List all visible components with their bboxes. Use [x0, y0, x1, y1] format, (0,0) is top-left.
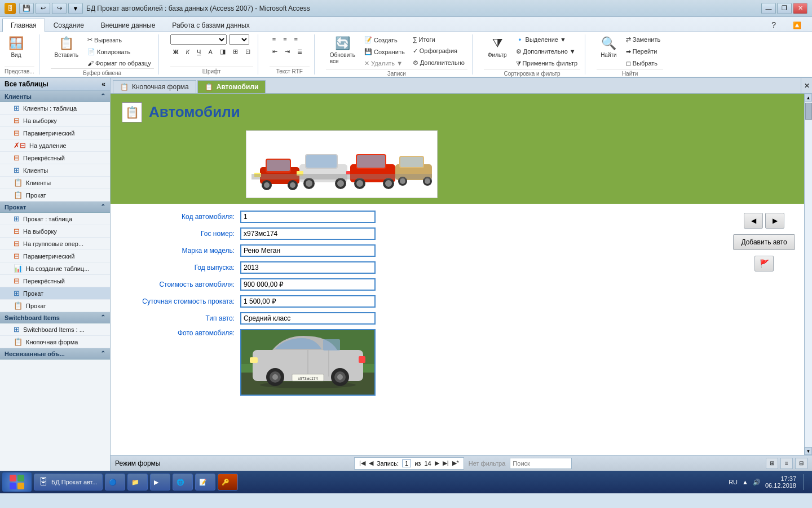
show-desktop-btn[interactable]: [803, 474, 805, 490]
copy-btn[interactable]: 📄Копировать: [85, 46, 154, 57]
filter-btn[interactable]: ⧩ Фильтр: [484, 34, 511, 60]
nav-prokat-q2[interactable]: ⊟ На групповые опер...: [0, 238, 110, 250]
grid-btn[interactable]: ⊞: [230, 46, 241, 57]
tab-home[interactable]: Главная: [2, 19, 45, 32]
indent-btn[interactable]: ⇤: [270, 46, 280, 57]
prev-record-btn[interactable]: ◀: [744, 213, 763, 229]
tab-knopochnaya[interactable]: 📋 Кнопочная форма: [113, 80, 196, 93]
speaker-icon[interactable]: 🔊: [753, 479, 761, 486]
qs-dropdown[interactable]: ▼: [68, 3, 83, 14]
minimize-btn[interactable]: —: [761, 3, 776, 14]
nav-header[interactable]: Все таблицы «: [0, 78, 110, 91]
first-record-btn[interactable]: |◀: [359, 459, 365, 467]
search-input[interactable]: [513, 460, 569, 467]
sb-down-btn[interactable]: ▼: [805, 447, 812, 455]
vertical-scrollbar[interactable]: ▲ ▼: [804, 94, 812, 455]
close-btn[interactable]: ✕: [793, 3, 807, 14]
save-record-btn[interactable]: 💾Сохранить: [361, 46, 408, 57]
goto-btn[interactable]: ➡ Перейти: [623, 46, 664, 57]
align-left-btn[interactable]: ≡: [270, 34, 279, 45]
view-btn[interactable]: 🪟 Вид: [5, 34, 28, 60]
nav-toggle-icon[interactable]: «: [102, 80, 105, 88]
font-color-btn[interactable]: А: [205, 46, 215, 57]
refresh-btn[interactable]: 🔄 Обновитьвсе: [326, 34, 359, 66]
tab-create[interactable]: Создание: [45, 19, 92, 32]
bold-btn[interactable]: Ж: [170, 46, 182, 57]
extra-records-btn[interactable]: ⚙ Дополнительно: [410, 58, 467, 68]
nav-switchboard-form[interactable]: 📋 Кнопочная форма: [0, 336, 110, 348]
section-unbound[interactable]: Несвязанные объ... ⌃: [0, 348, 110, 360]
nav-prokat-q3[interactable]: ⊟ Параметрический: [0, 250, 110, 262]
last-record-btn[interactable]: ▶|: [443, 459, 449, 467]
input-brand[interactable]: [240, 244, 376, 257]
nav-prokat-q4[interactable]: 📊 На создание таблиц...: [0, 262, 110, 275]
totals-btn[interactable]: ∑ Итоги: [410, 34, 467, 45]
font-family[interactable]: [170, 34, 227, 45]
prev-rec-btn[interactable]: ◀: [369, 459, 373, 467]
input-car-id[interactable]: [240, 211, 376, 223]
underline-btn[interactable]: Ч: [194, 46, 204, 57]
nav-prokat-form-k[interactable]: 📋 Прокат: [0, 189, 110, 202]
view-toggle-3[interactable]: ⊟: [795, 458, 807, 469]
nav-prokat-q1[interactable]: ⊟ На выборку: [0, 225, 110, 238]
extra-icon-btn[interactable]: 🚩: [754, 256, 774, 271]
tab-help[interactable]: ?: [763, 17, 784, 32]
highlight-btn[interactable]: ◨: [217, 46, 228, 57]
replace-btn[interactable]: ⇄ Заменить: [623, 34, 664, 45]
sb-track[interactable]: [805, 102, 812, 447]
view-toggle-2[interactable]: ≡: [780, 458, 793, 469]
add-car-btn[interactable]: Добавить авто: [733, 234, 795, 250]
section-klienty[interactable]: Клиенты ⌃: [0, 91, 110, 102]
nav-prokat-active[interactable]: ⊞ Прокат: [0, 287, 110, 300]
close-form-btn[interactable]: ✕: [801, 78, 812, 93]
section-prokat[interactable]: Прокат ⌃: [0, 202, 110, 213]
nav-prokat-q5[interactable]: ⊟ Перекрёстный: [0, 275, 110, 287]
undo-btn[interactable]: ↩: [36, 3, 50, 14]
spell-btn[interactable]: ✓ Орфография: [410, 46, 467, 56]
section-switchboard[interactable]: Switchboard Items ⌃: [0, 312, 110, 323]
tab-minimize-ribbon[interactable]: 🔼: [784, 19, 810, 32]
selection-btn[interactable]: 🔹 Выделение ▼: [513, 34, 581, 45]
format-btn[interactable]: 🖌Формат по образцу: [85, 58, 154, 68]
input-year[interactable]: [240, 261, 376, 274]
find-btn[interactable]: 🔍 Найти: [597, 34, 621, 60]
nav-query-param[interactable]: ⊟ Параметрический: [0, 127, 110, 139]
outdent-btn[interactable]: ⇥: [282, 46, 293, 57]
nav-switchboard-table[interactable]: ⊞ Switchboard Items : ...: [0, 323, 110, 336]
tab-external[interactable]: Внешние данные: [92, 19, 164, 32]
tab-database[interactable]: Работа с базами данных: [164, 19, 258, 32]
cut-btn[interactable]: ✂Вырезать: [85, 34, 154, 45]
save-btn[interactable]: 💾: [19, 3, 34, 14]
taskbar-media[interactable]: ▶: [150, 474, 170, 491]
redo-btn[interactable]: ↪: [52, 3, 67, 14]
select-btn[interactable]: ◻ Выбрать: [623, 58, 664, 69]
nav-prokat-table[interactable]: ⊞ Прокат : таблица: [0, 213, 110, 225]
sb-thumb[interactable]: [805, 103, 812, 120]
taskbar-chrome[interactable]: 🌐: [173, 474, 193, 491]
nav-klienty-table[interactable]: ⊞ Клиенты : таблица: [0, 102, 110, 115]
apply-filter-btn[interactable]: ⧩ Применить фильтр: [513, 58, 581, 69]
align-center-btn[interactable]: ≡: [280, 34, 289, 45]
input-cost[interactable]: [240, 278, 376, 291]
font-size[interactable]: [229, 34, 249, 45]
new-record-btn[interactable]: 📝Создать: [361, 34, 408, 45]
paste-btn[interactable]: 📋 Вставить: [51, 34, 82, 60]
list-btn[interactable]: ≣: [294, 46, 305, 57]
next-rec-btn[interactable]: ▶: [435, 459, 439, 467]
taskbar-access[interactable]: 🗄 БД Прокат авт...: [34, 474, 103, 491]
input-daily[interactable]: [240, 295, 376, 308]
align-right-btn[interactable]: ≡: [292, 34, 301, 45]
delete-record-btn[interactable]: ✕ Удалить ▼: [361, 58, 408, 69]
sb-up-btn[interactable]: ▲: [805, 94, 812, 102]
advanced-btn[interactable]: ⚙ Дополнительно ▼: [513, 46, 581, 57]
taskbar-explorer[interactable]: 📁: [127, 474, 148, 491]
taskbar-key[interactable]: 🔑: [218, 474, 238, 491]
taskbar-torrent[interactable]: 🔵: [105, 474, 125, 491]
taskbar-word[interactable]: 📝: [195, 474, 215, 491]
start-button[interactable]: [2, 472, 32, 492]
nav-query-cross[interactable]: ⊟ Перекрёстный: [0, 152, 110, 164]
restore-btn[interactable]: ❐: [777, 3, 792, 14]
nav-prokat-form[interactable]: 📋 Прокат: [0, 300, 110, 312]
nav-klienty-form1[interactable]: ⊞ Клиенты: [0, 164, 110, 177]
italic-btn[interactable]: К: [183, 46, 192, 57]
